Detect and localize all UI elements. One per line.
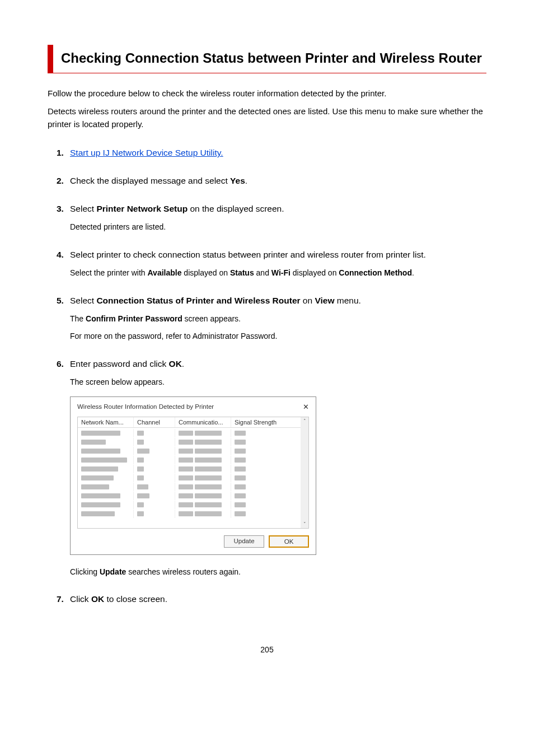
step-7: 7. Click OK to close screen. bbox=[57, 592, 486, 606]
step-text: Select printer to check connection statu… bbox=[70, 248, 486, 262]
table-row[interactable] bbox=[78, 429, 308, 438]
table-row[interactable] bbox=[78, 474, 308, 483]
step-6: 6. Enter password and click OK. The scre… bbox=[57, 357, 486, 578]
table-row[interactable] bbox=[78, 501, 308, 510]
dialog-screenshot: Wireless Router Information Detected by … bbox=[70, 396, 316, 555]
scroll-down-icon[interactable]: ˅ bbox=[303, 521, 306, 527]
table-row[interactable] bbox=[78, 483, 308, 492]
step-subtext: Detected printers are listed. bbox=[57, 221, 486, 234]
scrollbar[interactable]: ˄ ˅ bbox=[301, 417, 308, 528]
page-number: 205 bbox=[48, 645, 486, 654]
page-title: Checking Connection Status between Print… bbox=[48, 45, 486, 73]
step-subtext: The screen below appears. bbox=[57, 376, 486, 389]
table-header: Network Nam... Channel Communicatio... S… bbox=[78, 417, 308, 428]
column-communication[interactable]: Communicatio... bbox=[175, 417, 231, 427]
ok-button[interactable]: OK bbox=[269, 535, 309, 548]
intro-paragraph-1: Follow the procedure below to check the … bbox=[48, 87, 486, 100]
step-text: Check the displayed message and select Y… bbox=[70, 174, 486, 188]
step-subtext: The Confirm Printer Password screen appe… bbox=[57, 313, 486, 325]
column-channel[interactable]: Channel bbox=[134, 417, 175, 427]
update-button[interactable]: Update bbox=[224, 535, 264, 548]
step-text: Select Printer Network Setup on the disp… bbox=[70, 202, 486, 216]
step-subtext: Clicking Update searches wireless router… bbox=[57, 566, 486, 578]
step-number: 1. bbox=[57, 148, 70, 158]
table-row[interactable] bbox=[78, 456, 308, 465]
dialog-title: Wireless Router Information Detected by … bbox=[77, 403, 214, 410]
table-row[interactable] bbox=[78, 492, 308, 501]
column-network-name[interactable]: Network Nam... bbox=[78, 417, 134, 427]
step-4: 4. Select printer to check connection st… bbox=[57, 248, 486, 279]
step-text: Click OK to close screen. bbox=[70, 592, 486, 606]
step-text: Enter password and click OK. bbox=[70, 357, 486, 371]
step-number: 4. bbox=[57, 250, 70, 260]
step-5: 5. Select Connection Status of Printer a… bbox=[57, 294, 486, 343]
step-2: 2. Check the displayed message and selec… bbox=[57, 174, 486, 188]
close-icon[interactable]: ✕ bbox=[303, 403, 309, 411]
scroll-up-icon[interactable]: ˄ bbox=[303, 418, 306, 424]
table-row[interactable] bbox=[78, 465, 308, 474]
step-subtext: For more on the password, refer to Admin… bbox=[57, 330, 486, 343]
step-subtext: Select the printer with Available displa… bbox=[57, 267, 486, 279]
step-number: 5. bbox=[57, 296, 70, 306]
step-number: 3. bbox=[57, 204, 70, 214]
column-signal-strength[interactable]: Signal Strength bbox=[231, 417, 308, 427]
step-number: 6. bbox=[57, 359, 70, 369]
step-number: 7. bbox=[57, 594, 70, 604]
step-text: Select Connection Status of Printer and … bbox=[70, 294, 486, 307]
steps-list: 1. Start up IJ Network Device Setup Util… bbox=[48, 146, 486, 606]
step-number: 2. bbox=[57, 176, 70, 186]
start-utility-link[interactable]: Start up IJ Network Device Setup Utility… bbox=[70, 148, 223, 157]
table-row[interactable] bbox=[78, 510, 308, 519]
router-list: Network Nam... Channel Communicatio... S… bbox=[77, 417, 309, 529]
step-3: 3. Select Printer Network Setup on the d… bbox=[57, 202, 486, 234]
table-row[interactable] bbox=[78, 438, 308, 447]
table-row[interactable] bbox=[78, 447, 308, 456]
intro-paragraph-2: Detects wireless routers around the prin… bbox=[48, 105, 486, 131]
step-1: 1. Start up IJ Network Device Setup Util… bbox=[57, 146, 486, 160]
table-body bbox=[78, 428, 308, 520]
